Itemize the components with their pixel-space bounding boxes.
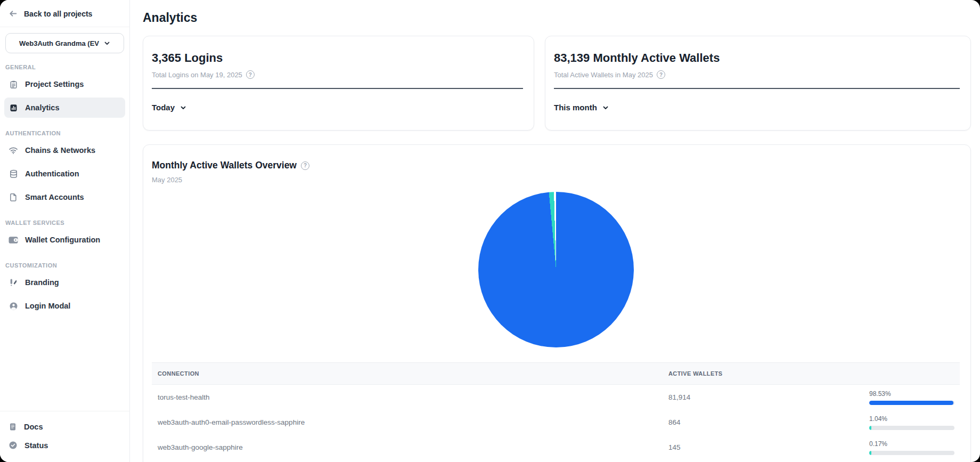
sidebar-item-label: Branding — [25, 278, 59, 287]
table-row[interactable]: web3auth-google-sapphire 145 0.17% — [152, 435, 960, 460]
active-wallets-value: 864 — [663, 418, 869, 426]
logins-range-dropdown[interactable]: Today — [152, 103, 523, 112]
connections-table: CONNECTION ACTIVE WALLETS torus-test-hea… — [152, 362, 960, 460]
sidebar-item-label: Status — [24, 441, 48, 450]
user-circle-icon — [9, 302, 18, 311]
logins-stat-card: 3,365 Logins Total Logins on May 19, 202… — [143, 36, 534, 131]
percent-label: 1.04% — [869, 415, 960, 423]
percent-bar-track — [869, 451, 954, 455]
sidebar-item-label: Project Settings — [25, 80, 84, 88]
wallet-icon — [9, 236, 18, 244]
column-header-connection: CONNECTION — [152, 370, 663, 377]
logins-count: 3,365 Logins — [152, 51, 523, 65]
project-selector-label: Web3Auth Grandma (EV — [19, 39, 99, 47]
logins-subtitle: Total Logins on May 19, 2025 — [152, 71, 242, 79]
percent-bar-track — [869, 401, 954, 405]
percent-bar-fill — [869, 401, 953, 405]
page-title: Analytics — [143, 11, 971, 25]
divider — [554, 88, 960, 89]
table-row[interactable]: web3auth-auth0-email-passwordless-sapphi… — [152, 410, 960, 435]
table-row[interactable]: torus-test-health 81,914 98.53% — [152, 385, 960, 410]
percent-label: 0.17% — [869, 440, 960, 448]
back-to-projects-link[interactable]: Back to all projects — [0, 0, 129, 27]
sidebar-item-label: Analytics — [25, 103, 59, 112]
percent-bar-fill — [869, 451, 871, 455]
sidebar-item-label: Chains & Networks — [25, 146, 95, 155]
sidebar-item-analytics[interactable]: Analytics — [4, 98, 125, 118]
chevron-down-icon — [602, 104, 609, 111]
app-window: Back to all projects Web3Auth Grandma (E… — [0, 0, 980, 462]
column-header-active-wallets: ACTIVE WALLETS — [663, 370, 869, 377]
section-label-customization: CUSTOMIZATION — [0, 252, 129, 271]
active-wallets-value: 81,914 — [663, 393, 869, 401]
file-icon — [9, 193, 18, 201]
active-wallets-range-label: This month — [554, 103, 597, 112]
sidebar-item-label: Authentication — [25, 169, 79, 178]
section-label-general: GENERAL — [0, 53, 129, 72]
active-wallets-count: 83,139 Monthly Active Wallets — [554, 51, 960, 65]
help-icon[interactable]: ? — [301, 161, 309, 170]
stat-cards-row: 3,365 Logins Total Logins on May 19, 202… — [143, 36, 971, 131]
check-circle-icon — [9, 441, 18, 450]
sidebar-item-label: Login Modal — [25, 302, 70, 310]
arrow-left-icon — [9, 9, 18, 18]
connection-name: web3auth-google-sapphire — [152, 443, 663, 451]
active-wallets-range-dropdown[interactable]: This month — [554, 103, 960, 112]
overview-subtitle: May 2025 — [152, 176, 960, 184]
sidebar-footer: Docs Status — [0, 411, 129, 462]
connection-name: torus-test-health — [152, 393, 663, 401]
sidebar-item-smart-accounts[interactable]: Smart Accounts — [4, 187, 125, 207]
table-header-row: CONNECTION ACTIVE WALLETS — [152, 362, 960, 385]
percent-bar-track — [869, 426, 954, 430]
sidebar-item-branding[interactable]: Branding — [4, 272, 125, 293]
help-icon[interactable]: ? — [657, 70, 665, 79]
chevron-down-icon — [104, 40, 110, 46]
active-wallets-pie-chart — [478, 192, 634, 347]
wallets-overview-card: Monthly Active Wallets Overview ? May 20… — [143, 144, 971, 462]
percent-label: 98.53% — [869, 390, 960, 398]
active-wallets-subtitle: Total Active Wallets in May 2025 — [554, 71, 653, 79]
back-link-label: Back to all projects — [24, 10, 92, 18]
section-label-wallet-services: WALLET SERVICES — [0, 209, 129, 228]
section-label-authentication: AUTHENTICATION — [0, 119, 129, 139]
sidebar-item-project-settings[interactable]: Project Settings — [4, 74, 125, 94]
document-icon — [9, 423, 17, 431]
main-content: Analytics 3,365 Logins Total Logins on M… — [130, 0, 980, 462]
project-selector-dropdown[interactable]: Web3Auth Grandma (EV — [5, 33, 124, 53]
brush-icon — [9, 278, 18, 287]
sidebar-item-status[interactable]: Status — [0, 436, 129, 455]
percent-bar-fill — [869, 426, 871, 430]
wifi-icon — [9, 145, 18, 155]
connection-name: web3auth-auth0-email-passwordless-sapphi… — [152, 418, 663, 426]
sidebar-item-label: Wallet Configuration — [25, 236, 100, 244]
overview-title: Monthly Active Wallets Overview — [152, 160, 297, 171]
active-wallets-value: 145 — [663, 443, 869, 451]
sidebar-item-authentication[interactable]: Authentication — [4, 164, 125, 184]
sidebar-item-login-modal[interactable]: Login Modal — [4, 296, 125, 316]
sidebar-item-chains-networks[interactable]: Chains & Networks — [4, 140, 125, 160]
clipboard-icon — [9, 80, 18, 89]
active-wallets-stat-card: 83,139 Monthly Active Wallets Total Acti… — [545, 36, 971, 131]
divider — [152, 88, 523, 89]
help-icon[interactable]: ? — [246, 70, 255, 79]
logins-range-label: Today — [152, 103, 175, 112]
chevron-down-icon — [180, 104, 186, 111]
sidebar-item-label: Docs — [24, 423, 43, 431]
database-icon — [9, 169, 18, 179]
sidebar-item-label: Smart Accounts — [25, 193, 84, 201]
bar-chart-doc-icon — [9, 103, 18, 112]
sidebar-item-wallet-configuration[interactable]: Wallet Configuration — [4, 230, 125, 250]
sidebar: Back to all projects Web3Auth Grandma (E… — [0, 0, 130, 462]
sidebar-item-docs[interactable]: Docs — [0, 418, 129, 436]
